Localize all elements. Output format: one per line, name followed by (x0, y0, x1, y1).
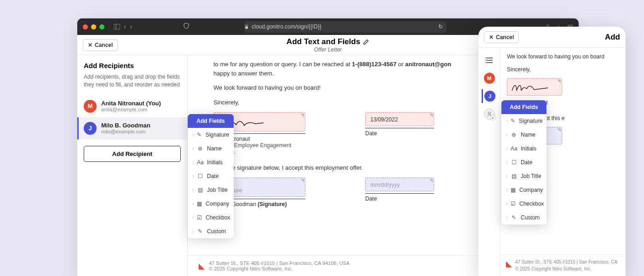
recipient-name: Milo B. Goodman (101, 122, 181, 129)
recipient-name: Anita Nitronaut (You) (101, 100, 181, 107)
date-label: Date (365, 196, 434, 202)
window-controls[interactable] (83, 24, 104, 29)
svg-point-8 (485, 62, 486, 63)
field-signature[interactable]: ⁝⁝✎Signature (501, 114, 546, 128)
add-fields-popover: Add Fields ⁝⁝✎Signature ⁝⁝⊛Name ⁝⁝AaInit… (188, 114, 234, 238)
recipients-sidebar: Add Recipients Add recipients, drag and … (77, 55, 188, 276)
pencil-icon: ✎ (197, 228, 203, 235)
field-checkbox[interactable]: ⁝⁝☑Checkbox (188, 211, 234, 224)
maximize-window-icon[interactable] (99, 24, 104, 29)
field-name[interactable]: ⁝⁝⊛Name (501, 128, 546, 142)
url-text: cloud.gonitro.com/sign/{{ID}} (252, 23, 321, 30)
field-custom[interactable]: ⁝⁝✎Custom (501, 211, 546, 224)
footer-copyright: © 2025 Copyright Nitro Software, Inc. (209, 266, 350, 271)
field-job-title[interactable]: ⁝⁝▤Job Title (188, 183, 234, 197)
svg-rect-2 (245, 27, 248, 29)
recipient-item-milo[interactable]: J Milo B. Goodman milo@example.com (77, 117, 187, 139)
drag-grip-icon: ⁝⁝ (192, 188, 193, 193)
field-company[interactable]: ⁝⁝▦Company (188, 197, 234, 211)
document-name: Offer Letter (287, 46, 369, 53)
nitro-logo-icon: ◣ (506, 259, 512, 272)
field-company[interactable]: ⁝⁝▦Company (501, 183, 546, 197)
name-icon: ⊛ (197, 145, 203, 152)
lock-icon (244, 24, 249, 29)
recipient-email: milo@example.com (101, 129, 181, 134)
signature-field-anita[interactable] (507, 78, 562, 96)
avatar: M (84, 100, 97, 113)
checkbox-icon: ☑ (197, 214, 202, 221)
privacy-shield-icon[interactable] (183, 23, 190, 31)
popover-header: Add Fields (188, 114, 234, 128)
initials-icon: Aa (197, 159, 203, 166)
close-icon: ✕ (88, 42, 92, 48)
cancel-button[interactable]: ✕ Cancel (484, 31, 519, 43)
field-date[interactable]: ⁝⁝☐Date (188, 169, 234, 183)
add-recipient-button[interactable]: Add Recipient (84, 146, 181, 162)
list-icon[interactable] (483, 53, 496, 67)
field-job-title[interactable]: ⁝⁝▤Job Title (501, 169, 546, 183)
field-initials[interactable]: ⁝⁝AaInitials (501, 142, 546, 155)
briefcase-icon: ▤ (197, 187, 203, 193)
drag-grip-icon: ⁝⁝ (192, 146, 193, 151)
mobile-sidebar: M J + (478, 48, 500, 276)
date-label: Date (365, 130, 434, 137)
svg-point-7 (485, 60, 486, 61)
signature-icon: ✎ (197, 132, 202, 138)
drag-grip-icon: ⁝⁝ (192, 201, 193, 207)
date-field-milo[interactable]: mm/dd/yyyy (365, 178, 434, 191)
edit-icon[interactable] (363, 39, 369, 45)
sidebar-toggle-icon[interactable] (114, 24, 120, 29)
drag-grip-icon: ⁝⁝ (192, 215, 193, 220)
sidebar-description: Add recipients, drag and drop the fields… (77, 73, 187, 95)
avatar: J (84, 122, 97, 135)
doc-paragraph: Sincerely, (507, 65, 619, 74)
mobile-header: ✕ Cancel Add (478, 27, 626, 48)
nav-forward-icon[interactable]: › (130, 23, 132, 31)
field-date[interactable]: ⁝⁝☐Date (501, 155, 546, 169)
doc-paragraph: We look forward to having you on board (507, 52, 619, 61)
drag-grip-icon: ⁝⁝ (192, 229, 193, 234)
recipient-avatar-milo-active[interactable]: J (482, 89, 495, 103)
page-title: Add Text and Fields (287, 37, 369, 46)
mobile-page-title: Add (605, 33, 620, 42)
calendar-icon: ☐ (197, 173, 203, 179)
reload-icon[interactable]: ↻ (438, 23, 443, 30)
close-icon: ✕ (489, 34, 494, 40)
field-initials[interactable]: ⁝⁝AaInitials (188, 155, 234, 169)
minimize-window-icon[interactable] (91, 24, 96, 29)
nitro-logo-icon: ◣ (199, 262, 204, 270)
recipient-item-anita[interactable]: M Anita Nitronaut (You) anita@example.co… (77, 95, 187, 117)
svg-point-6 (485, 58, 486, 58)
field-name[interactable]: ⁝⁝⊛Name (188, 142, 234, 155)
add-recipient-icon[interactable]: + (484, 109, 495, 120)
recipient-email: anita@example.com (101, 107, 181, 112)
footer-address: 47 Sutter St., STE 405 #1015 | San Franc… (209, 260, 350, 266)
popover-header: Add Fields (501, 100, 546, 114)
date-field-anita[interactable]: 13/09/2022 (365, 112, 434, 126)
drag-grip-icon: ⁝⁝ (192, 160, 193, 165)
mobile-footer: ◣ 47 Sutter St., STE 405 #1015 | San Fra… (500, 254, 626, 276)
mobile-add-fields-popover: Add Fields ⁝⁝✎Signature ⁝⁝⊛Name ⁝⁝AaInit… (501, 100, 546, 224)
svg-rect-0 (114, 24, 120, 29)
company-icon: ▦ (197, 201, 202, 207)
drag-grip-icon: ⁝⁝ (192, 132, 193, 138)
url-bar[interactable]: cloud.gonitro.com/sign/{{ID}} ↻ (244, 21, 447, 33)
drag-grip-icon: ⁝⁝ (192, 174, 193, 179)
svg-point-9 (488, 112, 490, 115)
cancel-label: Cancel (95, 42, 113, 48)
cancel-label: Cancel (496, 34, 514, 40)
cancel-button[interactable]: ✕ Cancel (83, 39, 118, 51)
field-signature[interactable]: ⁝⁝✎Signature (188, 128, 234, 142)
nav-back-icon[interactable]: ‹ (124, 23, 126, 31)
sidebar-title: Add Recipients (77, 62, 187, 73)
recipient-avatar-anita[interactable]: M (484, 73, 495, 84)
field-checkbox[interactable]: ⁝⁝☑Checkbox (501, 197, 546, 211)
field-custom[interactable]: ⁝⁝✎Custom (188, 224, 234, 238)
close-window-icon[interactable] (83, 24, 88, 29)
mobile-window: ✕ Cancel Add M J + We look forward to ha… (478, 27, 626, 276)
